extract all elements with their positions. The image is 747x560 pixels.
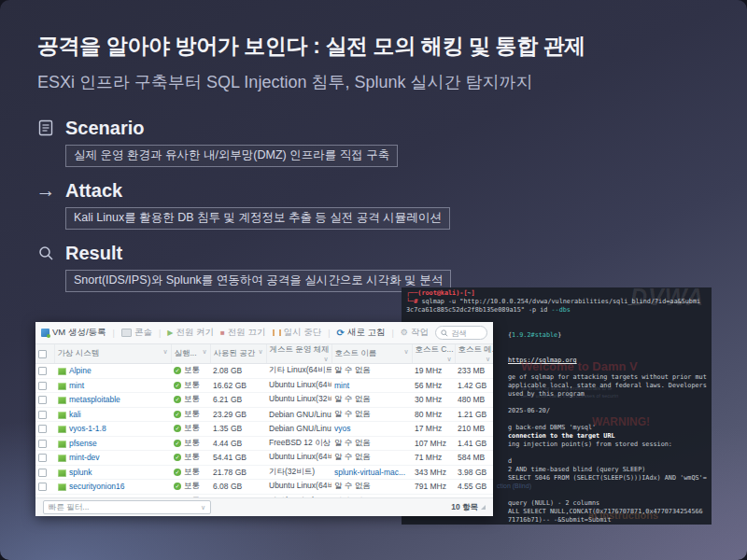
status-ok-icon: ✓ — [174, 425, 181, 432]
vm-name-link[interactable]: kali — [69, 410, 81, 419]
guest-os-cell: Ubuntu Linux(32비... — [266, 393, 331, 408]
quick-filter-label: 빠른 필터... — [49, 502, 89, 513]
screenshot-stage: 공격을 알아야 방어가 보인다 : 실전 모의 해킹 및 통합 관제 ESXi … — [0, 0, 747, 560]
vm-icon — [58, 483, 66, 491]
used-space-cell: 4.44 GB — [210, 436, 266, 451]
section-heading: Attack — [65, 180, 122, 202]
toolbar-label: 전원 켜기 — [176, 327, 214, 339]
host-name-cell[interactable]: mint — [331, 378, 412, 393]
actions-button[interactable]: ⚙ 작업 — [401, 327, 429, 339]
row-checkbox[interactable] — [38, 367, 47, 375]
guest-os-cell: Debian GNU/Linux... — [266, 422, 331, 437]
toolbar-label: 전원 끄기 — [228, 327, 266, 339]
vm-name-link[interactable]: securityonion16 — [69, 482, 125, 491]
search-icon — [441, 329, 448, 337]
vm-name-link[interactable]: Alpine — [69, 366, 92, 375]
host-memory-cell: 3.98 GB — [455, 465, 493, 480]
host-cpu-cell: 19 MHz — [412, 364, 455, 379]
vm-table-row[interactable]: Alpine✓보통2.08 GB기타 Linux(64비트)알 수 없음19 M… — [35, 364, 493, 379]
vm-name-link[interactable]: mint-dev — [69, 453, 100, 462]
vm-table-row[interactable]: pfsense✓보통4.44 GBFreeBSD 12 이상 ...알 수 없음… — [35, 436, 493, 451]
vm-table-row[interactable]: mint✓보통16.62 GBUbuntu Linux(64비...mint56… — [35, 378, 493, 393]
vm-table: 가상 시스템∨ 실행...∨ 사용된 공간∨ 게스트 운영 체제∨ 호스트 이름… — [35, 344, 493, 509]
row-checkbox[interactable] — [38, 396, 47, 404]
row-checkbox[interactable] — [38, 469, 47, 477]
guest-os-cell: Debian GNU/Linux... — [266, 407, 331, 422]
status-label: 보통 — [184, 394, 200, 403]
arrow-right-icon: → — [35, 181, 56, 200]
power-off-button[interactable]: ■ 전원 끄기 — [220, 327, 265, 339]
vm-name-link[interactable]: mint — [69, 381, 84, 390]
toolbar-divider: | — [328, 329, 330, 338]
vm-search-box[interactable] — [435, 326, 487, 340]
page-title: 공격을 알아야 방어가 보인다 : 실전 모의 해킹 및 통합 관제 — [37, 32, 585, 61]
power-on-button[interactable]: ▶ 전원 켜기 — [167, 327, 214, 339]
vm-table-row[interactable]: vyos-1-1.8✓보통1.35 GBDebian GNU/Linux...v… — [35, 422, 493, 437]
status-label: 보통 — [184, 409, 200, 418]
esxi-vm-list-window: VM 생성/등록 | 콘솔 | ▶ 전원 켜기 ■ 전원 끄기 — [35, 322, 493, 516]
status-ok-icon: ✓ — [174, 367, 181, 374]
vm-name-link[interactable]: splunk — [69, 468, 92, 477]
status-label: 보통 — [184, 438, 200, 447]
guest-os-cell: Ubuntu Linux(64비... — [266, 451, 331, 466]
vm-name-link[interactable]: metasploitable — [69, 395, 120, 404]
host-memory-cell: 233 MB — [455, 364, 493, 379]
host-memory-cell: 4.55 GB — [455, 480, 493, 495]
column-header-host-cpu[interactable]: 호스트 C...∨ — [412, 344, 455, 364]
used-space-cell: 6.08 GB — [210, 480, 266, 495]
vm-table-row[interactable]: kali✓보통23.29 GBDebian GNU/Linux...알 수 없음… — [35, 407, 493, 422]
used-space-cell: 6.21 GB — [210, 393, 266, 408]
vm-name-link[interactable]: vyos-1-1.8 — [69, 424, 106, 433]
suspend-button[interactable]: 일시 중단 — [273, 327, 322, 339]
toolbar-divider: | — [113, 329, 115, 338]
host-cpu-cell: 343 MHz — [412, 465, 455, 480]
vm-table-row[interactable]: metasploitable✓보통6.21 GBUbuntu Linux(32비… — [35, 393, 493, 408]
row-checkbox[interactable] — [38, 382, 47, 390]
host-cpu-cell: 56 MHz — [412, 378, 455, 393]
select-all-checkbox-header[interactable] — [35, 344, 54, 364]
document-icon — [35, 119, 56, 136]
row-checkbox[interactable] — [38, 411, 47, 419]
section-heading: Scenario — [65, 118, 144, 139]
host-cpu-cell: 71 MHz — [412, 451, 455, 466]
column-header-guest-os[interactable]: 게스트 운영 체제∨ — [266, 344, 331, 364]
chevron-down-icon: ∨ — [258, 348, 262, 356]
vm-table-row[interactable]: splunk✓보통21.78 GB기타(32비트)splunk-virtual-… — [35, 465, 493, 480]
vm-table-row[interactable]: securityonion16✓보통6.08 GBUbuntu Linux(64… — [35, 480, 493, 495]
section-description: Snort(IDS/IPS)와 Splunk를 연동하여 공격을 실시간으로 시… — [65, 270, 451, 292]
vm-name-link[interactable]: pfsense — [69, 439, 97, 448]
chevron-down-icon: ∨ — [201, 504, 205, 511]
search-input[interactable] — [451, 329, 482, 338]
vm-icon — [58, 455, 66, 462]
row-checkbox[interactable] — [38, 454, 47, 462]
column-header-host-memory[interactable]: 호스트 메...∨ — [455, 344, 493, 364]
vm-create-button[interactable]: VM 생성/등록 — [41, 327, 106, 339]
row-checkbox[interactable] — [38, 440, 47, 448]
host-name-cell[interactable]: vyos — [331, 422, 412, 437]
host-memory-cell: 1.21 GB — [455, 407, 493, 422]
guest-os-cell: Ubuntu Linux(64비... — [266, 378, 331, 393]
vm-table-row[interactable]: mint-dev✓보통54.41 GBUbuntu Linux(64비...알 … — [35, 451, 493, 466]
host-cpu-cell: 30 MHz — [412, 393, 455, 408]
host-name-cell[interactable]: splunk-virtual-mac... — [331, 465, 412, 480]
column-header-host-name[interactable]: 호스트 이름∨ — [331, 344, 412, 364]
toolbar-label: 새로 고침 — [347, 327, 386, 339]
vm-icon — [58, 426, 66, 433]
guest-os-cell: Ubuntu Linux(64비... — [266, 480, 331, 495]
status-ok-icon: ✓ — [174, 483, 181, 490]
vm-toolbar: VM 생성/등록 | 콘솔 | ▶ 전원 켜기 ■ 전원 끄기 — [35, 322, 493, 344]
row-checkbox[interactable] — [38, 425, 47, 433]
terminal-line: 3c7ca61c885c52dc2f8b135e089a15" -p id --… — [406, 306, 712, 315]
chevron-down-icon: ∨ — [162, 348, 167, 356]
column-header-virtual-machine[interactable]: 가상 시스템∨ — [54, 344, 171, 364]
quick-filter-dropdown[interactable]: 빠른 필터... ∨ — [43, 500, 211, 514]
toolbar-label: VM 생성/등록 — [52, 327, 106, 339]
resize-handle-icon[interactable] — [481, 505, 486, 510]
status-label: 보통 — [184, 481, 200, 490]
used-space-cell: 23.29 GB — [210, 407, 266, 422]
row-checkbox[interactable] — [38, 483, 47, 491]
column-header-status[interactable]: 실행...∨ — [171, 344, 210, 364]
refresh-button[interactable]: ⟳ 새로 고침 — [336, 327, 385, 339]
column-header-used-space[interactable]: 사용된 공간∨ — [210, 344, 266, 364]
console-button[interactable]: 콘솔 — [121, 327, 152, 339]
